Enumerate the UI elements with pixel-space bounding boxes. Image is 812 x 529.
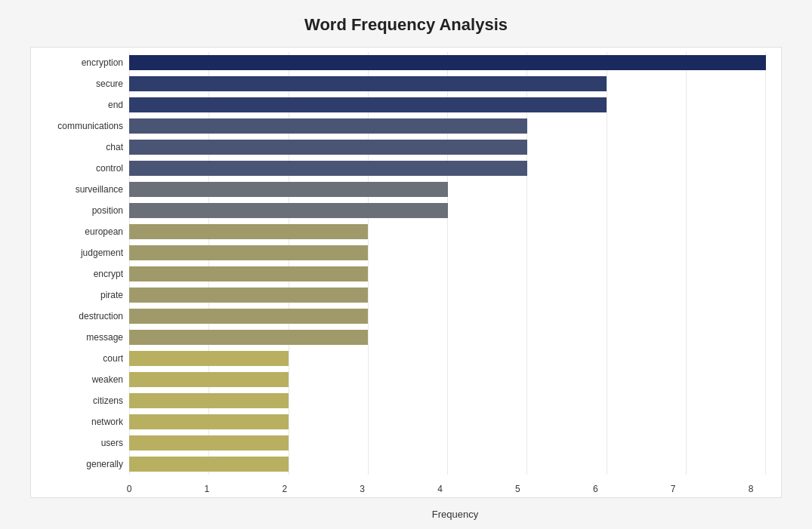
x-axis-label: 6: [580, 484, 610, 494]
y-label: control: [96, 158, 123, 178]
bar-row: [129, 413, 766, 431]
y-label: court: [103, 349, 123, 368]
bar: [129, 330, 368, 345]
y-label: citizens: [93, 391, 123, 411]
bar: [129, 97, 607, 112]
bar-row: [129, 159, 766, 177]
bar: [129, 435, 289, 451]
bar: [129, 55, 766, 70]
y-label: users: [101, 433, 123, 453]
bar-row: [129, 96, 766, 114]
bar: [129, 288, 368, 303]
y-label: european: [85, 222, 123, 241]
bar-row: [129, 201, 766, 220]
y-label: network: [91, 412, 123, 432]
bar-row: [129, 117, 766, 135]
y-label: end: [108, 95, 123, 115]
chart-title: Word Frequency Analysis: [30, 15, 782, 35]
y-label: communications: [57, 116, 123, 136]
bar-row: [129, 371, 766, 389]
bar: [129, 118, 527, 134]
bar: [129, 457, 289, 472]
y-label: message: [86, 328, 123, 347]
y-label: secure: [96, 74, 123, 94]
bars-wrapper: [129, 52, 766, 475]
y-label: weaken: [92, 370, 123, 389]
x-axis-label: 2: [270, 484, 300, 494]
x-axis-label: 0: [114, 484, 144, 494]
bar-row: [129, 75, 766, 93]
y-label: position: [92, 201, 123, 220]
x-axis-label: 3: [347, 484, 378, 494]
bar-row: [129, 286, 766, 304]
y-label: encryption: [82, 53, 123, 72]
y-axis: encryptionsecureendcommunicationschatcon…: [31, 48, 129, 497]
bar: [129, 372, 289, 387]
bar: [129, 245, 368, 260]
bar: [129, 224, 368, 239]
bar-row: [129, 265, 766, 283]
bar-row: [129, 180, 766, 198]
bar: [129, 351, 289, 366]
chart-area: encryptionsecureendcommunicationschatcon…: [30, 47, 782, 498]
y-label: generally: [86, 454, 123, 474]
bar-row: [129, 138, 766, 156]
bar: [129, 161, 527, 176]
bar: [129, 203, 448, 218]
y-label: destruction: [79, 306, 123, 326]
bar-row: [129, 244, 766, 262]
y-label: encrypt: [94, 264, 123, 284]
bar: [129, 309, 368, 324]
x-axis-label: 8: [736, 484, 766, 494]
x-axis-label: 1: [192, 484, 222, 494]
x-axis-label: 4: [425, 484, 455, 494]
bar: [129, 266, 368, 281]
x-axis-labels: 012345678: [129, 484, 766, 494]
x-axis-label: 5: [502, 484, 533, 494]
x-axis-title: Frequency: [129, 509, 781, 520]
bar-row: [129, 307, 766, 325]
bar: [129, 76, 607, 91]
bar-row: [129, 54, 766, 72]
bar-row: [129, 349, 766, 368]
chart-container: Word Frequency Analysis encryptionsecure…: [0, 0, 812, 529]
y-label: chat: [106, 137, 123, 157]
bar-row: [129, 392, 766, 410]
y-label: surveillance: [76, 180, 123, 199]
bar: [129, 182, 448, 197]
bar-row: [129, 223, 766, 241]
bar-row: [129, 455, 766, 473]
y-label: judgement: [81, 243, 123, 263]
bar: [129, 393, 289, 408]
bar-row: [129, 434, 766, 452]
bar-row: [129, 328, 766, 346]
x-axis-label: 7: [658, 484, 688, 494]
bar: [129, 140, 527, 155]
y-label: pirate: [100, 285, 123, 305]
bars-and-grid: 012345678 Frequency: [129, 48, 781, 497]
bar: [129, 414, 289, 429]
